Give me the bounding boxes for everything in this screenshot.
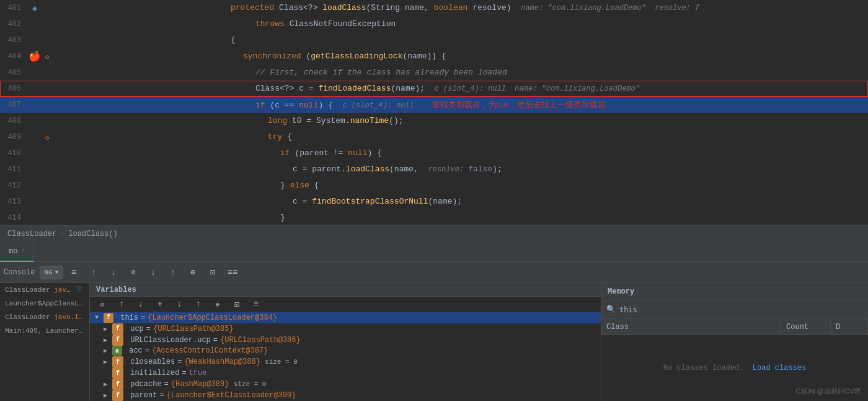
var-icon-initialized: f	[112, 367, 123, 379]
var-eq-acc: =	[145, 346, 149, 355]
var-arrow-ucp: ▶	[104, 325, 112, 333]
frame-panel: ClassLoader java.lang ⎘ Launcher$AppClas…	[0, 283, 90, 401]
frame-label-4: Main:495, LauncherHe...	[5, 327, 84, 335]
frame-label-3: ClassLoader java.lang	[5, 313, 84, 321]
var-name-this: this	[116, 313, 138, 322]
var-arrow-this: ▼	[95, 314, 104, 321]
debug-area: mo × Console NG ▼ ≡ ↑ ↓ ⊘ ↓ ↑ ⊕ ⊡ ≡≡ Cla…	[0, 242, 868, 401]
line-gutter-410: 410	[0, 149, 167, 158]
var-arrow-urlclassloader-ucp: ▶	[104, 336, 112, 344]
vars-expand-btn[interactable]: ↑	[113, 297, 130, 312]
console-label: Console	[4, 268, 35, 277]
toolbar-btn-dl[interactable]: ↓	[144, 265, 162, 280]
toolbar-btn-down[interactable]: ↓	[105, 265, 122, 280]
var-icon-pdcache: f	[112, 379, 123, 390]
var-item-closeables[interactable]: ▶ f closeables = {WeakHashMap@388} size …	[90, 356, 601, 367]
debug-toolbar: Console NG ▼ ≡ ↑ ↓ ⊘ ↓ ↑ ⊕ ⊡ ≡≡	[0, 262, 868, 283]
debug-main: ClassLoader java.lang ⎘ Launcher$AppClas…	[0, 283, 868, 401]
toolbar-btn-filter[interactable]: ⊘	[125, 265, 142, 280]
dropdown-arrow-icon: ▼	[55, 269, 58, 276]
toolbar-btn-add[interactable]: ⊕	[184, 265, 202, 280]
var-eq-ucp: =	[146, 325, 151, 333]
vars-dl-btn[interactable]: ↓	[170, 297, 188, 312]
line-gutter-411: 411	[0, 165, 167, 174]
vars-settings-btn[interactable]: ⊡	[228, 297, 246, 312]
toolbar-btn-menu[interactable]: ≡≡	[224, 265, 241, 280]
vars-filter-btn[interactable]: ⊘	[94, 297, 111, 312]
var-eq-parent: =	[159, 391, 164, 400]
vars-add-btn[interactable]: +	[151, 297, 169, 312]
memory-col-d: D	[831, 319, 868, 335]
copy-btn-1[interactable]: ⎘	[73, 283, 84, 297]
var-item-parent[interactable]: ▶ f parent = {Launcher$ExtClassLoader@39…	[90, 390, 601, 401]
var-item-this[interactable]: ▼ f this = {Launcher$AppClassLoader@384}	[90, 312, 601, 323]
code-content: 401 ◈ protected Class<?> loadClass(Strin…	[0, 0, 868, 225]
toolbar-btn-grid[interactable]: ⊡	[204, 265, 221, 280]
toolbar-dropdown[interactable]: NG ▼	[40, 266, 63, 279]
vars-menu-btn[interactable]: ≡	[247, 297, 265, 312]
var-val-ucp: {URLClassPath@385}	[153, 325, 234, 333]
toolbar-btn-up[interactable]: ↑	[85, 265, 102, 280]
line-number-409: 409	[5, 133, 29, 142]
line-gutter-404: 404 🍎 ◇	[0, 50, 167, 63]
tab-close[interactable]: ×	[21, 248, 25, 255]
memory-empty-text: No classes loaded. Load classes	[663, 364, 806, 372]
var-icon-parent: f	[112, 390, 123, 401]
var-name-urlclassloader-ucp: URLClassLoader.ucp	[126, 336, 211, 345]
frame-item-3[interactable]: ClassLoader java.lang	[0, 310, 89, 324]
watermark: CSDN @我就叫CV吧	[795, 387, 861, 396]
line-gutter-403: 403	[0, 36, 167, 45]
line-number-407: 407	[5, 101, 29, 109]
var-eq-pdcache: =	[164, 380, 169, 389]
debug-tab-mo[interactable]: mo ×	[0, 242, 34, 262]
breadcrumb-method: loadClass()	[68, 230, 117, 238]
frame-label-2: Launcher$AppClassLo...	[5, 300, 84, 307]
var-name-initialized: initialized	[126, 369, 179, 377]
var-name-ucp: ucp	[126, 325, 144, 333]
vars-ul-btn[interactable]: ↑	[190, 297, 207, 312]
vars-more-btn[interactable]: ⊕	[209, 297, 226, 312]
toolbar-btn-ul[interactable]: ↑	[164, 265, 182, 280]
line-gutter-407: 407	[0, 101, 167, 109]
var-arrow-acc: ▶	[104, 347, 112, 354]
var-icon-ucp: f	[112, 323, 123, 335]
var-item-initialized[interactable]: f initialized = true	[90, 367, 601, 379]
var-item-urlclassloader-ucp[interactable]: ▶ f URLClassLoader.ucp = {URLClassPath@3…	[90, 335, 601, 346]
memory-col-d-label: D	[836, 323, 840, 331]
var-item-pdcache[interactable]: ▶ f pdcache = {HashMap@389} size = 0	[90, 379, 601, 390]
line-number-404: 404	[5, 52, 29, 61]
frame-item-2[interactable]: Launcher$AppClassLo...	[0, 297, 89, 310]
line-number-401: 401	[5, 4, 29, 12]
editor-area: 401 ◈ protected Class<?> loadClass(Strin…	[0, 0, 868, 242]
line-gutter-405: 405	[0, 68, 167, 77]
line-gutter-412: 412	[0, 181, 167, 190]
line-gutter-408: 408	[0, 117, 167, 125]
var-eq-this: =	[141, 313, 145, 322]
var-eq-closeables: =	[177, 358, 182, 366]
breakpoint-diamond-404: ◇	[41, 53, 53, 61]
var-item-ucp[interactable]: ▶ f ucp = {URLClassPath@385}	[90, 323, 601, 335]
frame-item-1[interactable]: ClassLoader java.lang ⎘	[0, 283, 89, 297]
load-classes-link[interactable]: Load classes	[753, 364, 806, 372]
line-number-408: 408	[5, 117, 29, 125]
variables-header: Variables	[90, 283, 601, 297]
memory-col-count-label: Count	[786, 323, 808, 331]
memory-col-class-label: Class	[606, 323, 629, 331]
var-name-closeables: closeables	[126, 358, 175, 366]
line-gutter-401: 401 ◈	[0, 3, 167, 14]
memory-search-input[interactable]	[619, 305, 863, 314]
memory-table-header: Class Count D	[601, 319, 868, 335]
frame-label-1: ClassLoader java.lang	[5, 286, 73, 294]
toolbar-btn-lines[interactable]: ≡	[65, 265, 82, 280]
frame-item-4[interactable]: Main:495, LauncherHe...	[0, 324, 89, 338]
var-extra-pdcache: size = 0	[234, 381, 267, 388]
var-item-acc[interactable]: ▶ a acc = {AccessControlContext@387}	[90, 346, 601, 356]
vars-collapse-btn[interactable]: ↓	[132, 297, 149, 312]
line-gutter-413: 413	[0, 197, 167, 206]
memory-search-bar: 🔍	[601, 300, 868, 319]
var-val-acc: {AccessControlContext@387}	[152, 346, 268, 355]
code-lines: 401 ◈ protected Class<?> loadClass(Strin…	[0, 0, 868, 225]
var-val-initialized: true	[189, 369, 207, 377]
line-gutter-402: 402	[0, 20, 167, 29]
line-gutter-406: 406	[0, 84, 167, 93]
